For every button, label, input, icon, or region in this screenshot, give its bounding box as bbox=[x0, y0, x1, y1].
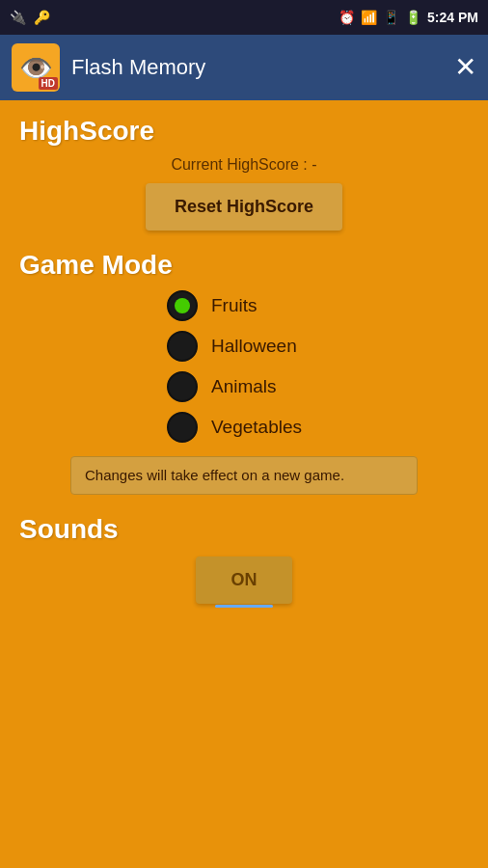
current-score-label: Current HighScore : - bbox=[19, 156, 469, 174]
radio-item-animals[interactable]: Animals bbox=[167, 371, 321, 402]
sounds-section: Sounds ON bbox=[19, 514, 469, 604]
radio-label-animals: Animals bbox=[211, 376, 277, 397]
alarm-icon: ⏰ bbox=[339, 10, 355, 25]
app-title: Flash Memory bbox=[71, 55, 443, 80]
notice-box: Changes will take effect on a new game. bbox=[70, 456, 418, 495]
radio-item-fruits[interactable]: Fruits bbox=[167, 290, 321, 321]
status-bar: 🔌 🔑 ⏰ 📶 📱 🔋 5:24 PM bbox=[0, 0, 488, 35]
signal-icon: 📱 bbox=[383, 10, 399, 25]
highscore-section: HighScore Current HighScore : - Reset Hi… bbox=[19, 116, 469, 231]
usb-icon: 🔌 bbox=[10, 10, 26, 25]
app-icon: 👁️ HD bbox=[12, 43, 60, 92]
time-display: 5:24 PM bbox=[427, 10, 478, 25]
wifi-icon: 📶 bbox=[361, 10, 377, 25]
key-icon: 🔑 bbox=[34, 10, 50, 25]
radio-label-vegetables: Vegetables bbox=[211, 417, 302, 438]
title-bar: 👁️ HD Flash Memory ✕ bbox=[0, 35, 488, 100]
highscore-title: HighScore bbox=[19, 116, 469, 147]
radio-circle-vegetables bbox=[167, 412, 198, 443]
radio-label-halloween: Halloween bbox=[211, 336, 297, 357]
radio-label-fruits: Fruits bbox=[211, 295, 258, 316]
radio-circle-animals bbox=[167, 371, 198, 402]
hd-badge: HD bbox=[39, 77, 58, 90]
game-mode-title: Game Mode bbox=[19, 250, 469, 281]
game-mode-radio-group: Fruits Halloween Animals Vegetables bbox=[19, 290, 469, 443]
radio-item-vegetables[interactable]: Vegetables bbox=[167, 412, 321, 443]
radio-inner-fruits bbox=[175, 298, 190, 313]
battery-icon: 🔋 bbox=[405, 10, 421, 25]
radio-circle-halloween bbox=[167, 331, 198, 362]
radio-item-halloween[interactable]: Halloween bbox=[167, 331, 321, 362]
reset-highscore-button[interactable]: Reset HighScore bbox=[146, 183, 342, 231]
radio-circle-fruits bbox=[167, 290, 198, 321]
notice-text: Changes will take effect on a new game. bbox=[85, 467, 344, 483]
close-button[interactable]: ✕ bbox=[454, 54, 476, 81]
main-content: HighScore Current HighScore : - Reset Hi… bbox=[0, 100, 488, 868]
sounds-toggle-button[interactable]: ON bbox=[196, 556, 292, 604]
status-left-icons: 🔌 🔑 bbox=[10, 10, 50, 25]
game-mode-section: Game Mode Fruits Halloween Animals Veget… bbox=[19, 250, 469, 495]
status-right: ⏰ 📶 📱 🔋 5:24 PM bbox=[339, 10, 478, 25]
sounds-title: Sounds bbox=[19, 514, 469, 545]
